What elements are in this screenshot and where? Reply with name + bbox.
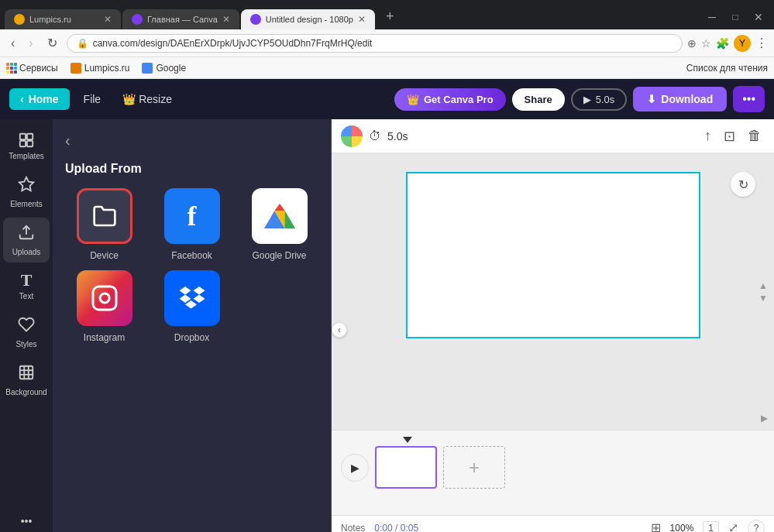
- new-tab-button[interactable]: +: [377, 4, 404, 29]
- svg-rect-5: [20, 366, 33, 379]
- upload-option-googledrive[interactable]: Google Drive: [240, 188, 318, 261]
- canvas-delete-button[interactable]: 🗑: [745, 125, 765, 147]
- reading-list[interactable]: Список для чтения: [686, 63, 768, 74]
- sidebar-item-background[interactable]: Background: [3, 358, 50, 403]
- elements-label: Elements: [10, 200, 43, 208]
- resize-button[interactable]: 👑 Resize: [115, 88, 180, 110]
- minimize-button[interactable]: ─: [701, 8, 723, 26]
- canvas-scroll-area[interactable]: ▲ ▼ ▶ ↻: [332, 153, 774, 430]
- svg-marker-15: [274, 204, 284, 211]
- fullscreen-button[interactable]: ⤢: [728, 520, 738, 532]
- sidebar-item-elements[interactable]: Elements: [3, 170, 50, 215]
- home-label: Home: [29, 93, 59, 105]
- bookmark-google-label: Google: [156, 63, 186, 74]
- get-pro-button[interactable]: 👑 Get Canva Pro: [394, 88, 506, 111]
- sidebar-item-uploads[interactable]: Uploads: [3, 218, 50, 263]
- play-button[interactable]: ▶: [341, 454, 369, 482]
- panel-back-button[interactable]: ‹: [65, 132, 71, 149]
- timeline-add-button[interactable]: +: [443, 446, 505, 489]
- tab-canva-edit[interactable]: Untitled design - 1080p ✕: [241, 9, 375, 29]
- panel-header: ‹: [65, 132, 318, 149]
- bookmarks-apps[interactable]: Сервисы: [6, 63, 58, 74]
- file-button[interactable]: File: [76, 88, 109, 110]
- upload-option-device[interactable]: Device: [65, 188, 143, 261]
- templates-label: Templates: [9, 152, 44, 160]
- styles-label: Styles: [15, 340, 36, 348]
- left-sidebar: Templates Elements Uploads T Text: [0, 119, 53, 532]
- bookmark-google[interactable]: Google: [142, 63, 186, 74]
- help-button[interactable]: ?: [748, 520, 765, 533]
- uploads-icon: [18, 224, 35, 245]
- extensions-icon[interactable]: 🧩: [716, 37, 729, 50]
- tab-favicon-canva-edit: [250, 14, 261, 25]
- sidebar-item-styles[interactable]: Styles: [3, 310, 50, 355]
- upload-option-facebook[interactable]: f Facebook: [153, 188, 231, 261]
- upload-sources-grid: Device f Facebook: [65, 188, 318, 343]
- elements-icon: [18, 176, 35, 197]
- canva-toolbar: ‹ Home File 👑 Resize 👑 Get Canva Pro Sha…: [0, 79, 774, 119]
- sidebar-more-button[interactable]: •••: [15, 509, 39, 532]
- tab-close-canva-home[interactable]: ✕: [222, 14, 230, 25]
- maximize-button[interactable]: □: [724, 8, 746, 26]
- googledrive-icon: [252, 188, 308, 244]
- scroll-down-button[interactable]: ▼: [759, 293, 768, 303]
- address-bar: ‹ › ↻ 🔒 canva.com/design/DAEnErXDrpk/Ujv…: [0, 29, 774, 57]
- tab-close-canva-edit[interactable]: ✕: [358, 14, 366, 25]
- zoom-level: 100%: [670, 523, 694, 533]
- scroll-up-button[interactable]: ▲: [759, 281, 768, 290]
- sidebar-item-text[interactable]: T Text: [3, 266, 50, 307]
- share-button[interactable]: Share: [512, 88, 565, 111]
- back-button[interactable]: ‹: [6, 35, 19, 52]
- tab-favicon-canva-home: [132, 14, 143, 25]
- timeline-slide-1[interactable]: [375, 446, 437, 489]
- tab-close-lumpics[interactable]: ✕: [104, 14, 112, 25]
- tab-bar: Lumpics.ru ✕ Главная — Canva ✕ Untitled …: [0, 0, 774, 29]
- menu-icon[interactable]: ⋮: [755, 36, 768, 50]
- tab-title-canva-edit: Untitled design - 1080p: [266, 15, 353, 24]
- timer-icon: ⏱: [369, 129, 381, 143]
- resize-label: Resize: [139, 93, 172, 105]
- more-options-button[interactable]: •••: [733, 86, 765, 112]
- text-icon: T: [21, 272, 33, 289]
- vertical-scroll-arrows: ▲ ▼: [759, 281, 768, 303]
- download-button[interactable]: ⬇ Download: [633, 87, 727, 112]
- bookmark-lumpics[interactable]: Lumpics.ru: [71, 63, 130, 74]
- svg-rect-0: [20, 134, 26, 139]
- forward-button[interactable]: ›: [24, 35, 37, 52]
- text-label: Text: [19, 292, 33, 300]
- canvas-slide[interactable]: [406, 172, 700, 338]
- upload-from-title: Upload From: [65, 162, 318, 176]
- star-icon[interactable]: ☆: [701, 37, 711, 50]
- dropbox-label: Dropbox: [174, 332, 209, 343]
- reload-button[interactable]: ↻: [43, 34, 62, 52]
- crown-icon: 👑: [407, 94, 419, 105]
- preview-time: 5.0s: [596, 94, 615, 105]
- download-icon: ⬇: [647, 93, 656, 105]
- url-bar[interactable]: 🔒 canva.com/design/DAEnErXDrpk/UjvJCYP5O…: [67, 34, 683, 53]
- canvas-copy-button[interactable]: ⊡: [721, 125, 738, 148]
- tab-canva-home[interactable]: Главная — Canva ✕: [122, 9, 239, 29]
- upload-option-dropbox[interactable]: Dropbox: [153, 270, 231, 343]
- canvas-upload-button[interactable]: ↑: [701, 125, 714, 147]
- tab-lumpics[interactable]: Lumpics.ru ✕: [5, 9, 121, 29]
- dropbox-icon: [164, 270, 220, 326]
- preview-button[interactable]: ▶ 5.0s: [571, 88, 628, 111]
- googledrive-label: Google Drive: [252, 250, 306, 261]
- address-bar-icons: ⊕ ☆ 🧩 Y ⋮: [687, 35, 768, 52]
- time-value: 0:00 / 0:05: [374, 523, 418, 533]
- grid-view-button[interactable]: ⊞: [651, 520, 661, 532]
- play-icon: ▶: [583, 94, 591, 105]
- canva-app: ‹ Home File 👑 Resize 👑 Get Canva Pro Sha…: [0, 79, 774, 532]
- translate-icon[interactable]: ⊕: [687, 37, 697, 50]
- home-button[interactable]: ‹ Home: [9, 88, 70, 110]
- page-number-button[interactable]: 1: [703, 521, 719, 533]
- panel-collapse-button[interactable]: ‹: [332, 322, 347, 338]
- share-label: Share: [525, 94, 552, 105]
- svg-rect-2: [20, 141, 26, 146]
- sidebar-item-templates[interactable]: Templates: [3, 125, 50, 166]
- profile-icon[interactable]: Y: [734, 35, 751, 52]
- scroll-right-button[interactable]: ▶: [761, 413, 768, 424]
- upload-option-instagram[interactable]: Instagram: [65, 270, 143, 343]
- close-button[interactable]: ✕: [748, 8, 769, 26]
- refresh-button[interactable]: ↻: [731, 172, 755, 197]
